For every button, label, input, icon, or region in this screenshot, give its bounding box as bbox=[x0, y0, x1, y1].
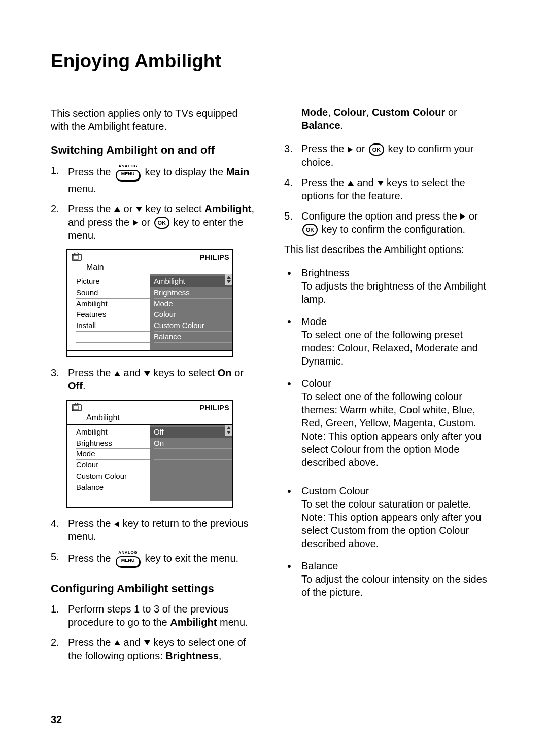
right-column: Mode, Colour, Custom Colour or Balance. … bbox=[284, 106, 490, 669]
scrollbar bbox=[225, 274, 232, 285]
osd-main-menu: PHILIPS Main Picture Sound Ambilight Fea… bbox=[66, 249, 233, 357]
list-item: Balance bbox=[154, 332, 232, 343]
options-list: Brightness To adjusts the brightness of … bbox=[284, 266, 490, 599]
list-item: On bbox=[154, 438, 232, 449]
osd-title: Main bbox=[67, 262, 232, 274]
list-item: Mode bbox=[76, 449, 150, 460]
osd-left-list: Ambilight Brightness Mode Colour Custom … bbox=[67, 425, 150, 501]
switch-step-5: Press the ANALOG key to exit the menu. bbox=[51, 550, 256, 568]
list-item: Brightness bbox=[154, 287, 232, 299]
list-item: Custom Colour bbox=[154, 320, 232, 332]
ok-key-icon: OK bbox=[154, 217, 169, 229]
configure-step-3: Press the or OK key to confirm your choi… bbox=[284, 142, 490, 169]
tv-icon bbox=[70, 403, 83, 413]
right-arrow-icon bbox=[133, 220, 138, 226]
scrollbar bbox=[225, 425, 232, 436]
option-brightness: Brightness To adjusts the brightness of … bbox=[284, 266, 490, 306]
svg-rect-1 bbox=[73, 255, 78, 259]
list-item: Ambilight bbox=[76, 299, 150, 310]
list-item: Brightness bbox=[76, 438, 150, 449]
svg-rect-3 bbox=[73, 406, 78, 410]
osd-ambilight-menu: PHILIPS Ambilight Ambilight Brightness M… bbox=[66, 400, 233, 508]
list-item: Ambilight bbox=[76, 427, 150, 438]
up-arrow-icon bbox=[114, 371, 120, 376]
list-item: Colour bbox=[154, 309, 232, 320]
configure-step-2: Press the and keys to select one of the … bbox=[51, 636, 256, 662]
right-arrow-icon bbox=[348, 147, 353, 153]
left-arrow-icon bbox=[114, 521, 119, 527]
subheading-switching: Switching Ambilight on and off bbox=[51, 143, 256, 158]
list-item: Custom Colour bbox=[76, 471, 150, 482]
ok-key-icon: OK bbox=[302, 224, 318, 236]
list-item: Ambilight bbox=[150, 276, 232, 287]
intro-text: This section applies only to TVs equippe… bbox=[51, 106, 256, 133]
brand-label: PHILIPS bbox=[200, 403, 229, 412]
switch-step-4: Press the key to return to the previous … bbox=[51, 517, 256, 543]
brand-label: PHILIPS bbox=[200, 253, 229, 262]
list-item: Off bbox=[150, 427, 232, 438]
configure-step-5: Configure the option and press the or OK… bbox=[284, 209, 490, 236]
down-arrow-icon bbox=[136, 207, 142, 212]
configure-step-2-cont: Mode, Colour, Custom Colour or Balance. bbox=[284, 105, 490, 132]
osd-right-list: Off On bbox=[150, 425, 232, 501]
menu-key-icon: ANALOG bbox=[115, 164, 141, 182]
left-column: This section applies only to TVs equippe… bbox=[51, 106, 256, 669]
configure-steps-right: Press the or OK key to confirm your choi… bbox=[284, 142, 490, 236]
switch-steps-cont2: Press the key to return to the previous … bbox=[51, 517, 256, 568]
list-item: Mode bbox=[154, 299, 232, 310]
list-item: Sound bbox=[76, 287, 150, 299]
up-arrow-icon bbox=[114, 207, 120, 212]
page-title: Enjoying Ambilight bbox=[51, 51, 502, 72]
tv-icon bbox=[70, 252, 83, 262]
list-item: Balance bbox=[76, 482, 150, 493]
option-mode: Mode To select one of the following pres… bbox=[284, 315, 490, 368]
list-item: Features bbox=[76, 309, 150, 320]
option-balance: Balance To adjust the colour intensity o… bbox=[284, 559, 490, 599]
down-arrow-icon bbox=[144, 371, 150, 376]
osd-left-list: Picture Sound Ambilight Features Install bbox=[67, 274, 150, 350]
ok-key-icon: OK bbox=[369, 143, 384, 156]
menu-key-icon: ANALOG bbox=[115, 550, 141, 568]
list-item: Picture bbox=[76, 276, 150, 287]
switch-step-3: Press the and keys to select On or Off. bbox=[51, 366, 256, 392]
options-intro: This list describes the Ambilight option… bbox=[284, 243, 490, 256]
configure-steps-left: Perform steps 1 to 3 of the previous pro… bbox=[51, 602, 256, 662]
down-arrow-icon bbox=[378, 181, 384, 186]
option-colour: Colour To select one of the following co… bbox=[284, 377, 490, 469]
switch-step-2: Press the or key to select Ambilight, an… bbox=[51, 202, 256, 242]
option-custom-colour: Custom Colour To set the colour saturati… bbox=[284, 484, 490, 550]
up-arrow-icon bbox=[114, 640, 120, 645]
switch-step-1: Press the ANALOG key to display the Main… bbox=[51, 164, 256, 195]
osd-title: Ambilight bbox=[67, 413, 232, 425]
right-arrow-icon bbox=[460, 213, 465, 220]
down-arrow-icon bbox=[144, 640, 150, 645]
page-number: 32 bbox=[51, 714, 62, 726]
configure-step-1: Perform steps 1 to 3 of the previous pro… bbox=[51, 602, 256, 629]
switch-steps: Press the ANALOG key to display the Main… bbox=[51, 164, 256, 242]
up-arrow-icon bbox=[348, 181, 354, 186]
list-item: Colour bbox=[76, 460, 150, 471]
configure-step-4: Press the and keys to select the options… bbox=[284, 176, 490, 202]
subheading-configuring: Configuring Ambilight settings bbox=[51, 582, 256, 596]
switch-steps-cont: Press the and keys to select On or Off. bbox=[51, 366, 256, 392]
list-item: Install bbox=[76, 320, 150, 332]
osd-right-list: Ambilight Brightness Mode Colour Custom … bbox=[150, 274, 232, 350]
